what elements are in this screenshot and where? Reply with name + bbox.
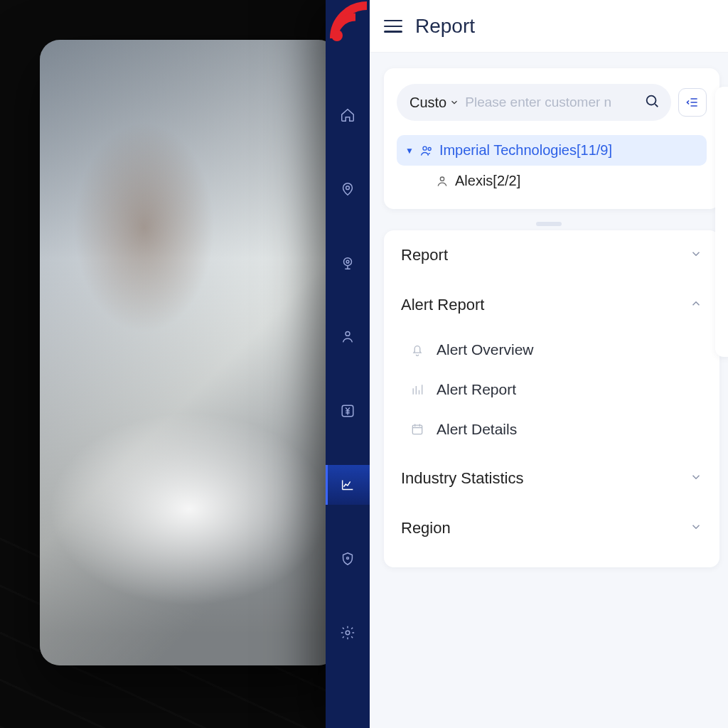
chevron-down-icon (690, 469, 702, 488)
accordion-region-label: Region (401, 519, 451, 537)
accordion-report-label: Report (401, 246, 448, 264)
nav-location[interactable] (326, 169, 370, 209)
adjacent-card-edge (715, 87, 728, 357)
org-icon (419, 144, 434, 158)
bell-icon (410, 343, 425, 357)
search-icon (644, 93, 660, 109)
svg-rect-12 (412, 425, 422, 434)
accordion-report[interactable]: Report (384, 230, 719, 280)
tree-node-root-label: Imperial Technologies[11/9] (439, 142, 612, 159)
svg-point-8 (647, 96, 656, 105)
search-button[interactable] (644, 93, 660, 112)
nav-home[interactable] (326, 95, 370, 135)
tree-node-root[interactable]: ▼ Imperial Technologies[11/9] (397, 135, 707, 166)
svg-point-6 (347, 557, 349, 560)
search-type-dropdown[interactable]: Custo (410, 95, 459, 111)
report-accordion: Report Alert Report Alert Overview Alert… (384, 230, 719, 567)
svg-point-0 (331, 30, 343, 41)
accordion-industry-stats-label: Industry Statistics (401, 469, 523, 488)
svg-point-7 (346, 631, 350, 635)
tree-node-child-label: Alexis[2/2] (455, 173, 520, 189)
customer-tree: ▼ Imperial Technologies[11/9] Alexis[2/2… (397, 135, 707, 196)
nav-settings[interactable] (326, 613, 370, 653)
menu-toggle[interactable] (384, 20, 402, 33)
menu-alert-report[interactable]: Alert Report (391, 370, 712, 410)
customer-panel: Custo ▼ Imperial Technol (384, 68, 719, 209)
svg-point-3 (346, 260, 349, 263)
nav-billing[interactable] (326, 391, 370, 431)
calendar-icon (410, 422, 425, 437)
chart-line-icon (340, 477, 355, 493)
svg-point-10 (428, 147, 431, 150)
gear-icon (340, 625, 355, 641)
nav-security[interactable] (326, 539, 370, 579)
nav-reports[interactable] (326, 465, 370, 505)
home-icon (340, 107, 355, 123)
accordion-industry-stats[interactable]: Industry Statistics (384, 454, 719, 503)
alert-report-children: Alert Overview Alert Report Alert Detail… (384, 330, 719, 454)
chevron-down-icon (449, 97, 459, 107)
search-input[interactable] (465, 95, 638, 110)
svg-point-9 (423, 146, 427, 150)
yen-box-icon (340, 403, 355, 419)
triangle-down-icon: ▼ (405, 146, 414, 156)
shield-icon (340, 551, 355, 567)
nav-rail (326, 0, 370, 728)
nav-camera[interactable] (326, 243, 370, 283)
webcam-icon (340, 255, 355, 271)
search-type-label: Custo (410, 95, 446, 111)
svg-point-1 (346, 186, 350, 190)
promo-photo-card (40, 40, 338, 665)
accordion-region[interactable]: Region (384, 503, 719, 553)
search-pill: Custo (397, 84, 671, 121)
collapse-panel-button[interactable] (678, 88, 707, 117)
chevron-down-icon (690, 246, 702, 264)
location-pin-icon (340, 181, 355, 197)
tree-node-child[interactable]: Alexis[2/2] (427, 166, 707, 196)
accordion-alert-report[interactable]: Alert Report (384, 280, 719, 330)
menu-alert-details-label: Alert Details (437, 421, 517, 438)
logo (326, 0, 370, 44)
accordion-alert-report-label: Alert Report (401, 296, 484, 314)
app-frame: Report Custo (326, 0, 728, 728)
svg-point-4 (346, 331, 350, 336)
signal-arc-icon (330, 1, 370, 43)
panel-resize-handle[interactable] (536, 222, 562, 226)
users-icon (340, 329, 355, 345)
menu-alert-overview[interactable]: Alert Overview (391, 330, 712, 370)
chevron-down-icon (690, 519, 702, 537)
main-column: Report Custo (370, 0, 728, 728)
menu-alert-overview-label: Alert Overview (437, 341, 534, 358)
topbar: Report (370, 0, 728, 53)
page-title: Report (415, 15, 475, 38)
chevron-up-icon (690, 296, 702, 314)
nav-users[interactable] (326, 317, 370, 357)
bar-chart-icon (410, 382, 425, 397)
menu-alert-details[interactable]: Alert Details (391, 410, 712, 449)
outdent-icon (685, 95, 700, 109)
menu-alert-report-label: Alert Report (437, 381, 516, 398)
svg-point-2 (344, 258, 352, 266)
svg-point-11 (440, 177, 444, 181)
person-icon (435, 174, 449, 188)
